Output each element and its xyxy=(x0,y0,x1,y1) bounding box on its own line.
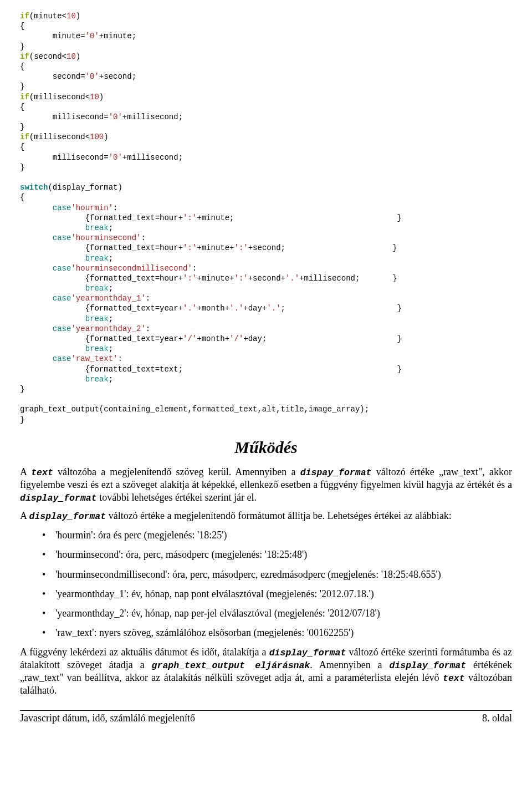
paragraph-1: A text változóba a megjelenítendő szöveg… xyxy=(20,466,512,504)
code-inline: display_format xyxy=(20,493,97,503)
list-item: 'hourminsecond': óra, perc, másodperc (m… xyxy=(42,548,512,561)
code-block: if(minute<10) { minute='0'+minute; } if(… xyxy=(20,11,512,425)
section-title: Működés xyxy=(20,437,512,458)
code-inline: text xyxy=(31,467,53,478)
paragraph-3: A függvény lekérdezi az aktuális dátumot… xyxy=(20,646,512,697)
code-inline: display_format xyxy=(29,511,106,522)
format-list: 'hourmin': óra és perc (megjelenés: '18:… xyxy=(42,529,512,639)
list-item: 'hourmin': óra és perc (megjelenés: '18:… xyxy=(42,529,512,542)
code-inline: display_format xyxy=(390,660,467,671)
code-inline: display_format xyxy=(269,648,346,658)
code-inline: text xyxy=(443,673,465,684)
list-item: 'yearmonthday_1': év, hónap, nap pont el… xyxy=(42,588,512,600)
paragraph-2: A display_format változó értéke a megjel… xyxy=(20,510,512,522)
footer-rule xyxy=(20,710,512,711)
list-item: 'hourminsecondmillisecond': óra, perc, m… xyxy=(42,568,512,581)
page-footer: Javascript dátum, idő, számláló megjelen… xyxy=(20,712,512,725)
list-item: 'raw_text': nyers szöveg, számlálóhoz el… xyxy=(42,627,512,639)
list-item: 'yearmonthday_2': év, hónap, nap per-jel… xyxy=(42,607,512,620)
footer-left: Javascript dátum, idő, számláló megjelen… xyxy=(20,712,195,725)
code-inline: dispay_format xyxy=(300,467,372,478)
code-inline: graph_text_output eljárásnak xyxy=(152,660,310,671)
footer-right: 8. oldal xyxy=(482,712,512,725)
